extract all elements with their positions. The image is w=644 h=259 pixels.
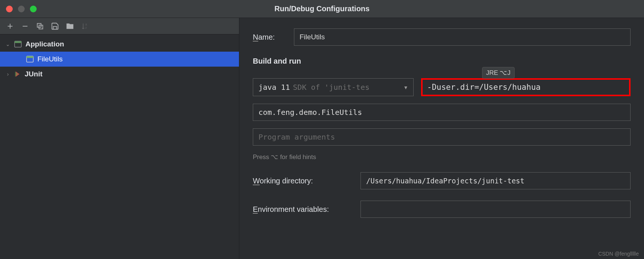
jre-select[interactable]: java 11 SDK of 'junit-tes ▾: [253, 78, 414, 96]
tree-node-fileutils[interactable]: FileUtils: [0, 52, 239, 67]
junit-type-icon: [14, 71, 21, 77]
add-icon[interactable]: [6, 22, 14, 30]
application-type-icon: [14, 41, 22, 48]
save-icon[interactable]: [51, 22, 59, 30]
main-panel: Name: Build and run JRE ⌥J java 11 SDK o…: [239, 18, 644, 259]
tree-node-junit[interactable]: › JUnit: [0, 67, 239, 82]
main-class-input[interactable]: [253, 104, 631, 121]
sort-icon[interactable]: az: [81, 22, 89, 30]
working-directory-input[interactable]: [361, 172, 631, 189]
name-input[interactable]: [294, 28, 631, 46]
tree-label: JUnit: [25, 70, 43, 78]
chevron-down-icon: ▾: [404, 83, 408, 92]
svg-rect-8: [15, 41, 21, 43]
sidebar: az ⌄ Application FileUtils: [0, 18, 239, 259]
watermark: CSDN @fengllllle: [598, 251, 639, 257]
tree-node-application[interactable]: ⌄ Application: [0, 37, 239, 52]
jre-shortcut-hint: JRE ⌥J: [482, 67, 515, 79]
jre-name: java 11: [258, 83, 290, 92]
svg-text:a: a: [85, 23, 87, 26]
config-tree: ⌄ Application FileUtils ›: [0, 34, 239, 259]
copy-icon[interactable]: [36, 22, 44, 30]
folder-icon[interactable]: [66, 22, 74, 30]
remove-icon[interactable]: [21, 22, 29, 30]
window-minimize-button[interactable]: [18, 6, 25, 12]
environment-variables-label: Environment variables:: [253, 205, 354, 214]
program-arguments-input[interactable]: [253, 128, 631, 146]
working-directory-label: Working directory:: [253, 177, 354, 185]
application-config-icon: [26, 56, 34, 63]
chevron-right-icon: ›: [5, 71, 10, 77]
build-run-section-title: Build and run: [253, 57, 631, 65]
name-label: Name:: [253, 33, 294, 42]
vm-options-input[interactable]: -Duser.dir=/Users/huahua: [421, 78, 631, 96]
svg-rect-10: [27, 56, 33, 58]
environment-variables-input[interactable]: [361, 201, 631, 218]
window-close-button[interactable]: [6, 6, 13, 12]
window-title: Run/Debug Configurations: [0, 4, 644, 13]
field-hint: Press ⌥ for field hints: [253, 153, 631, 161]
tree-label: FileUtils: [37, 55, 63, 63]
jre-description: SDK of 'junit-tes: [293, 83, 369, 92]
chevron-down-icon: ⌄: [5, 41, 10, 47]
svg-text:z: z: [85, 26, 87, 30]
vm-options-value: -Duser.dir=/Users/huahua: [427, 83, 540, 92]
window-maximize-button[interactable]: [30, 6, 37, 12]
sidebar-toolbar: az: [0, 18, 239, 34]
tree-label: Application: [25, 40, 64, 48]
titlebar: Run/Debug Configurations: [0, 0, 644, 18]
